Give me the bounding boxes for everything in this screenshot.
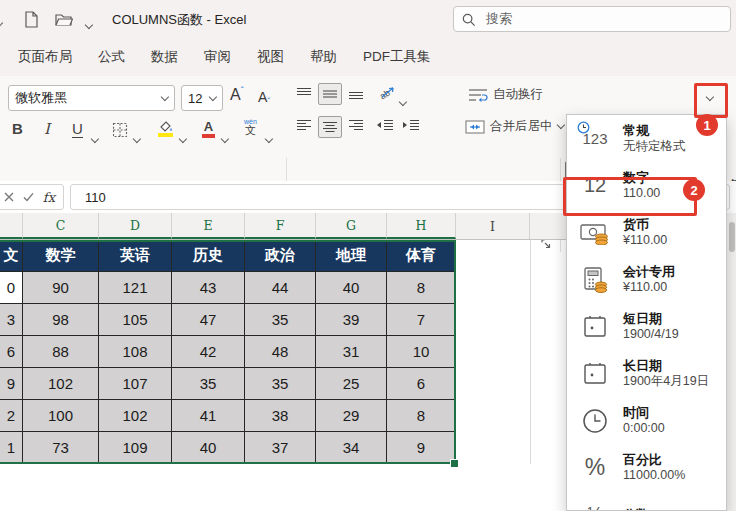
table-cell[interactable]: 109 <box>99 432 172 464</box>
format-menu-item-1[interactable]: 12数字110.00 <box>567 162 726 209</box>
format-menu-item-6[interactable]: 时间0:00:00 <box>567 397 726 444</box>
format-menu-item-7[interactable]: %百分比11000.00% <box>567 444 726 491</box>
column-header-I[interactable]: I <box>456 213 530 239</box>
table-cell[interactable]: 8 <box>387 272 456 304</box>
vertical-scrollbar[interactable] <box>727 216 736 511</box>
table-cell[interactable]: 35 <box>245 304 316 336</box>
format-menu-item-5[interactable]: 长日期1900年4月19日 <box>567 350 726 397</box>
table-cell[interactable]: 9 <box>0 368 23 400</box>
column-header-C[interactable]: C <box>23 213 99 239</box>
orientation-dropdown-icon[interactable] <box>400 91 406 109</box>
decrease-indent-button[interactable] <box>376 119 394 132</box>
table-header-cell[interactable]: 历史 <box>172 240 245 272</box>
tab-6[interactable]: PDF工具集 <box>363 48 431 66</box>
table-header-cell[interactable]: 文 <box>0 240 23 272</box>
table-cell[interactable]: 41 <box>172 400 245 432</box>
table-cell[interactable]: 2 <box>0 400 23 432</box>
tab-1[interactable]: 公式 <box>98 48 125 66</box>
font-color-dropdown-icon[interactable] <box>222 128 228 146</box>
scrollbar-thumb[interactable] <box>729 222 735 252</box>
align-bottom-button[interactable] <box>348 87 364 100</box>
align-right-button[interactable] <box>348 119 364 132</box>
table-cell[interactable]: 105 <box>99 304 172 336</box>
table-cell[interactable]: 40 <box>316 272 387 304</box>
decrease-font-size-button[interactable]: Aˇ <box>258 88 270 106</box>
merge-center-button[interactable]: 合并后居中 <box>465 118 563 135</box>
table-cell[interactable]: 100 <box>23 400 99 432</box>
column-header-F[interactable]: F <box>245 213 316 239</box>
table-cell[interactable]: 9 <box>387 432 456 464</box>
table-cell[interactable]: 29 <box>316 400 387 432</box>
active-cell[interactable]: 0 <box>0 272 23 304</box>
format-menu-item-4[interactable]: 短日期1900/4/19 <box>567 303 726 350</box>
table-header-cell[interactable]: 体育 <box>387 240 456 272</box>
table-cell[interactable]: 6 <box>0 336 23 368</box>
table-cell[interactable]: 35 <box>245 368 316 400</box>
table-cell[interactable]: 39 <box>316 304 387 336</box>
align-left-button[interactable] <box>296 119 312 132</box>
merge-center-dropdown-icon[interactable] <box>556 121 564 129</box>
search-input[interactable]: 搜索 <box>453 6 731 32</box>
orientation-button[interactable]: ab <box>378 84 396 100</box>
format-menu-item-8[interactable]: ½分数 <box>567 491 726 511</box>
phonetic-dropdown-icon[interactable] <box>266 128 272 146</box>
table-cell[interactable]: 10 <box>387 336 456 368</box>
format-menu-item-2[interactable]: 货币¥110.00 <box>567 209 726 256</box>
table-cell[interactable]: 108 <box>99 336 172 368</box>
column-header-E[interactable]: E <box>172 213 245 239</box>
table-cell[interactable]: 107 <box>99 368 172 400</box>
fill-color-button[interactable] <box>158 120 173 137</box>
tab-5[interactable]: 帮助 <box>310 48 337 66</box>
open-folder-icon[interactable] <box>55 10 73 28</box>
cancel-icon[interactable] <box>4 188 14 206</box>
table-cell[interactable]: 48 <box>245 336 316 368</box>
bold-button[interactable]: B <box>12 120 23 137</box>
table-cell[interactable]: 38 <box>245 400 316 432</box>
table-cell[interactable]: 35 <box>172 368 245 400</box>
font-size-combo[interactable]: 12 <box>181 85 223 111</box>
table-cell[interactable]: 8 <box>387 400 456 432</box>
table-cell[interactable]: 40 <box>172 432 245 464</box>
increase-font-size-button[interactable]: Aˆ <box>230 86 244 104</box>
table-cell[interactable]: 73 <box>23 432 99 464</box>
wrap-text-button[interactable]: 自动换行 <box>468 86 543 103</box>
align-middle-button[interactable] <box>318 83 342 105</box>
insert-function-icon[interactable]: fx <box>43 190 55 205</box>
table-header-cell[interactable]: 地理 <box>316 240 387 272</box>
table-cell[interactable]: 88 <box>23 336 99 368</box>
tab-0[interactable]: 页面布局 <box>18 48 72 66</box>
fill-handle[interactable] <box>450 459 459 468</box>
increase-indent-button[interactable] <box>402 119 420 132</box>
align-top-button[interactable] <box>296 87 312 100</box>
number-format-dropdown-icon[interactable] <box>700 88 720 108</box>
underline-button[interactable]: U <box>72 120 83 138</box>
table-cell[interactable]: 6 <box>387 368 456 400</box>
table-cell[interactable]: 25 <box>316 368 387 400</box>
table-cell[interactable]: 1 <box>0 432 23 464</box>
table-cell[interactable]: 90 <box>23 272 99 304</box>
table-cell[interactable]: 43 <box>172 272 245 304</box>
table-cell[interactable]: 102 <box>99 400 172 432</box>
column-header-D[interactable]: D <box>99 213 172 239</box>
tab-4[interactable]: 视图 <box>257 48 284 66</box>
borders-dropdown-icon[interactable] <box>134 128 140 146</box>
enter-icon[interactable] <box>23 188 34 206</box>
table-cell[interactable]: 121 <box>99 272 172 304</box>
table-cell[interactable]: 47 <box>172 304 245 336</box>
tab-3[interactable]: 审阅 <box>204 48 231 66</box>
table-cell[interactable]: 3 <box>0 304 23 336</box>
borders-button[interactable] <box>112 122 128 138</box>
table-cell[interactable]: 44 <box>245 272 316 304</box>
table-cell[interactable]: 31 <box>316 336 387 368</box>
table-cell[interactable]: 98 <box>23 304 99 336</box>
table-header-cell[interactable]: 政治 <box>245 240 316 272</box>
phonetic-guide-button[interactable]: wén文 <box>244 118 257 134</box>
column-header-partial[interactable] <box>0 213 23 239</box>
format-menu-item-0[interactable]: 123常规无特定格式 <box>567 115 726 162</box>
table-header-cell[interactable]: 英语 <box>99 240 172 272</box>
column-header-G[interactable]: G <box>316 213 387 239</box>
table-cell[interactable]: 42 <box>172 336 245 368</box>
qat-dropdown-icon[interactable] <box>86 14 92 32</box>
table-cell[interactable]: 34 <box>316 432 387 464</box>
italic-button[interactable]: I <box>44 120 50 138</box>
